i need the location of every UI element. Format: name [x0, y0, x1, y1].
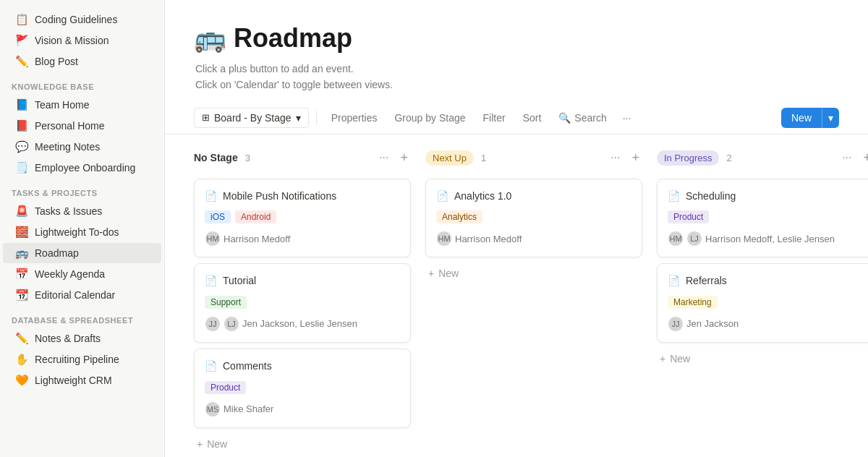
column-header-1: Next Up 1 ··· +: [425, 146, 642, 173]
sidebar-item-coding-guidelines[interactable]: 📋 Coding Guidelines: [3, 9, 161, 30]
sidebar-item-label: Vision & Mission: [35, 35, 109, 46]
sidebar-item-personal-home[interactable]: 📕 Personal Home: [3, 116, 161, 136]
board-card[interactable]: 📄 Scheduling Product HMLJ Harrison Medof…: [657, 179, 868, 258]
column-title-plain: No Stage: [194, 152, 238, 163]
card-title-row: 📄 Referrals: [668, 274, 863, 289]
sidebar-item-label: Employee Onboarding: [35, 162, 135, 174]
view-label: Board - By Stage: [214, 112, 292, 124]
sidebar-item-label: Recruiting Pipeline: [35, 354, 119, 365]
sidebar-section-label: TASKS & PROJECTS: [0, 179, 164, 200]
sidebar-section-label: KNOWLEDGE BASE: [0, 72, 164, 94]
card-title: Analytics 1.0: [454, 189, 511, 204]
card-title-row: 📄 Mobile Push Notifications: [205, 189, 400, 204]
column-add-button[interactable]: +: [629, 149, 642, 167]
board-card[interactable]: 📄 Referrals Marketing JJ Jen Jackson: [657, 263, 868, 343]
card-title: Mobile Push Notifications: [223, 189, 336, 204]
search-button[interactable]: 🔍 Search: [551, 108, 613, 127]
column-add-new-button[interactable]: +New: [194, 434, 411, 454]
sidebar-item-team-home[interactable]: 📘 Team Home: [3, 95, 161, 115]
card-tag: Marketing: [668, 296, 718, 309]
card-title-row: 📄 Comments: [205, 359, 400, 374]
column-options-button[interactable]: ···: [608, 150, 623, 166]
sidebar-item-weekly-agenda[interactable]: 📅 Weekly Agenda: [3, 264, 161, 284]
card-title-row: 📄 Tutorial: [205, 274, 400, 289]
filter-button[interactable]: Filter: [476, 108, 513, 127]
sidebar-item-meeting-notes[interactable]: 💬 Meeting Notes: [3, 137, 161, 157]
sidebar-item-editorial-calendar[interactable]: 📆 Editorial Calendar: [3, 285, 161, 305]
card-assignees: HMLJ Harrison Medoff, Leslie Jensen: [668, 231, 863, 247]
column-count: 2: [726, 153, 731, 163]
sidebar-item-label: Lightweight CRM: [35, 375, 112, 386]
sort-button[interactable]: Sort: [516, 108, 549, 127]
column-add-new-button[interactable]: +New: [425, 263, 642, 283]
sidebar-item-icon: 🚨: [14, 205, 29, 218]
new-button[interactable]: New ▾: [781, 108, 839, 128]
add-new-label: New: [670, 353, 690, 364]
board-card[interactable]: 📄 Comments Product MS Mike Shafer: [194, 349, 411, 428]
sidebar-item-lightweight-to-dos[interactable]: 🧱 Lightweight To-dos: [3, 222, 161, 242]
new-button-arrow[interactable]: ▾: [822, 108, 839, 128]
document-icon: 📄: [436, 190, 448, 202]
board-card[interactable]: 📄 Mobile Push Notifications iOSAndroid H…: [194, 179, 411, 258]
board-column-2: In Progress 2 ··· + 📄 Scheduling Product…: [657, 146, 868, 369]
sidebar-item-blog-post[interactable]: ✏️ Blog Post: [3, 51, 161, 72]
assignee-label: Harrison Medoff: [224, 234, 290, 244]
toolbar: ⊞ Board - By Stage ▾ Properties Group by…: [165, 102, 868, 134]
sidebar-item-icon: 📕: [14, 119, 29, 132]
sidebar-item-recruiting-pipeline[interactable]: ✋ Recruiting Pipeline: [3, 349, 161, 370]
new-button-label[interactable]: New: [781, 108, 822, 128]
board-view-selector[interactable]: ⊞ Board - By Stage ▾: [194, 108, 309, 128]
card-tag: iOS: [205, 210, 231, 223]
sidebar-item-tasks-issues[interactable]: 🚨 Tasks & Issues: [3, 201, 161, 221]
avatar: HM: [436, 231, 452, 247]
document-icon: 📄: [668, 275, 680, 286]
sidebar-item-icon: 📆: [14, 289, 29, 302]
more-options-button[interactable]: ···: [617, 108, 637, 127]
column-add-button[interactable]: +: [860, 149, 868, 167]
card-assignees: MS Mike Shafer: [205, 401, 400, 417]
chevron-down-icon: ▾: [296, 112, 301, 124]
assignee-label: Jen Jackson, Leslie Jensen: [242, 318, 357, 329]
sidebar-item-icon: 💬: [14, 140, 29, 153]
card-tags: Analytics: [436, 210, 631, 223]
avatar: LJ: [224, 316, 239, 332]
group-by-button[interactable]: Group by Stage: [387, 108, 472, 127]
column-add-new-button[interactable]: +New: [657, 349, 868, 369]
sidebar-item-label: Tasks & Issues: [35, 205, 102, 217]
toolbar-separator: [316, 111, 317, 125]
card-assignees: HM Harrison Medoff: [205, 231, 400, 247]
sidebar-item-vision-mission[interactable]: 🚩 Vision & Mission: [3, 30, 161, 51]
sidebar-item-employee-onboarding[interactable]: 🗒️ Employee Onboarding: [3, 158, 161, 178]
document-icon: 📄: [205, 190, 217, 202]
search-icon: 🔍: [558, 112, 571, 124]
page-title: Roadmap: [234, 23, 352, 54]
assignee-label: Mike Shafer: [224, 403, 273, 414]
board-card[interactable]: 📄 Analytics 1.0 Analytics HM Harrison Me…: [425, 179, 642, 258]
column-title-badge: Next Up: [425, 150, 474, 166]
assignee-label: Harrison Medoff: [455, 234, 522, 244]
properties-button[interactable]: Properties: [324, 108, 385, 127]
plus-icon: +: [660, 353, 665, 364]
card-assignees: JJ Jen Jackson: [668, 316, 863, 332]
card-tag: Product: [205, 381, 246, 394]
column-options-button[interactable]: ···: [376, 150, 391, 166]
board-card[interactable]: 📄 Tutorial Support JJLJ Jen Jackson, Les…: [194, 263, 411, 343]
card-title: Scheduling: [686, 189, 736, 204]
sidebar-item-icon: 📋: [14, 13, 29, 26]
sidebar-item-lightweight-crm[interactable]: 🧡 Lightweight CRM: [3, 370, 161, 390]
column-count: 1: [481, 153, 486, 163]
plus-icon: +: [428, 268, 434, 279]
avatar: HM: [205, 231, 221, 247]
sidebar-item-notes-drafts[interactable]: ✏️ Notes & Drafts: [3, 328, 161, 349]
avatar: LJ: [686, 231, 702, 247]
sidebar-item-label: Coding Guidelines: [35, 14, 117, 25]
sidebar: 📋 Coding Guidelines 🚩 Vision & Mission ✏…: [0, 0, 165, 457]
sidebar-item-label: Blog Post: [35, 56, 78, 67]
sidebar-item-icon: 🧱: [14, 226, 29, 239]
column-count: 3: [245, 153, 250, 163]
column-options-button[interactable]: ···: [839, 150, 854, 166]
card-title-row: 📄 Scheduling: [668, 189, 863, 204]
column-add-button[interactable]: +: [397, 149, 411, 167]
sidebar-item-roadmap[interactable]: 🚌 Roadmap: [3, 243, 161, 263]
sidebar-item-label: Weekly Agenda: [35, 268, 105, 280]
